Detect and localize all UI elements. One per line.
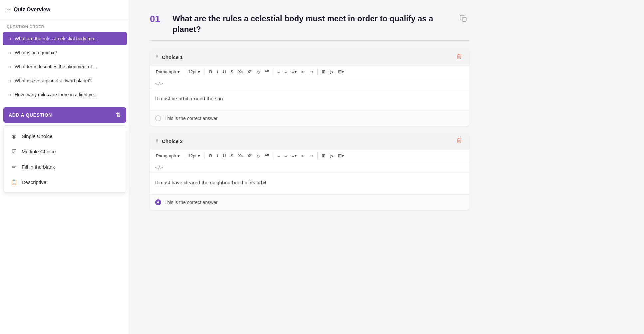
question-number: 01 xyxy=(150,13,166,25)
video-button-2[interactable]: ▷ xyxy=(328,152,335,159)
add-question-button[interactable]: ADD A QUESTION ⇅ xyxy=(3,107,126,123)
bullet-list-button-2[interactable]: ≡ xyxy=(275,152,282,159)
correct-answer-row-2[interactable]: This is the correct answer xyxy=(150,194,470,210)
delete-choice-2-button[interactable] xyxy=(454,137,464,146)
paragraph-style-select[interactable]: Paragraph ▾ xyxy=(154,68,182,75)
correct-answer-row-1[interactable]: This is the correct answer xyxy=(150,110,470,126)
bold-button-2[interactable]: B xyxy=(207,152,214,159)
descriptive-option[interactable]: 📋 Descriptive xyxy=(4,174,126,190)
paragraph-style-select-2[interactable]: Paragraph ▾ xyxy=(154,152,182,159)
video-button[interactable]: ▷ xyxy=(328,68,335,75)
main-content: 01 What are the rules a celestial body m… xyxy=(130,0,644,334)
separator xyxy=(184,68,184,75)
chevron-down-icon: ▾ xyxy=(198,69,200,74)
multiple-choice-label: Multiple Choice xyxy=(22,149,56,154)
document-icon: 📋 xyxy=(10,178,18,186)
size-label: 12pt xyxy=(188,69,196,74)
editor-toolbar-2: Paragraph ▾ 12pt ▾ B I U S X₂ X xyxy=(150,150,470,162)
paragraph-label-2: Paragraph xyxy=(156,153,176,158)
drag-handle-icon: ⠿ xyxy=(8,50,11,55)
choice-1-content[interactable]: It must be orbit around the sun xyxy=(150,89,470,110)
align-button[interactable]: ≡▾ xyxy=(290,68,299,75)
question-item-text: What is an equinox? xyxy=(15,50,122,55)
table-button[interactable]: ⊞▾ xyxy=(336,68,346,75)
question-order-label: QUESTION ORDER xyxy=(0,19,130,31)
italic-button[interactable]: I xyxy=(215,68,220,75)
image-button-2[interactable]: ⊞ xyxy=(320,152,327,159)
bold-button[interactable]: B xyxy=(207,68,214,75)
separator xyxy=(317,152,318,159)
indent-right-button-2[interactable]: ⇥ xyxy=(308,152,315,159)
choice-2-header: ⠿ Choice 2 xyxy=(150,133,470,150)
question-item-text: What are the rules a celestial body mu..… xyxy=(15,36,122,41)
subscript-button-2[interactable]: X₂ xyxy=(236,152,245,159)
ordered-list-button-2[interactable]: ≡ xyxy=(282,152,289,159)
separator xyxy=(204,152,204,159)
sidebar-item-question-3[interactable]: ⠿ What term describes the alignment of .… xyxy=(3,60,127,73)
fill-blank-option[interactable]: ✏ Fill in the blank xyxy=(4,159,126,174)
underline-button[interactable]: U xyxy=(221,68,228,75)
strikethrough-button[interactable]: S xyxy=(228,68,235,75)
question-item-text: What makes a planet a dwarf planet? xyxy=(15,78,122,83)
paragraph-label: Paragraph xyxy=(156,69,176,74)
question-item-text: What term describes the alignment of ... xyxy=(15,64,122,69)
ordered-list-button[interactable]: ≡ xyxy=(282,68,289,75)
quiz-overview-title: Quiz Overview xyxy=(14,7,50,13)
underline-button-2[interactable]: U xyxy=(221,152,228,159)
font-size-select[interactable]: 12pt ▾ xyxy=(186,68,202,75)
strikethrough-button-2[interactable]: S xyxy=(228,152,235,159)
align-button-2[interactable]: ≡▾ xyxy=(290,152,299,159)
separator xyxy=(317,68,318,75)
correct-radio-2[interactable] xyxy=(155,199,161,205)
code-indicator: </> xyxy=(150,78,470,89)
question-header: 01 What are the rules a celestial body m… xyxy=(150,13,470,41)
chevron-down-icon: ▾ xyxy=(198,153,200,158)
separator xyxy=(204,68,204,75)
correct-radio-1[interactable] xyxy=(155,115,161,121)
quote-button[interactable]: ❝❞ xyxy=(262,68,271,75)
add-question-label: ADD A QUESTION xyxy=(9,112,52,118)
editor-toolbar-1: Paragraph ▾ 12pt ▾ B I U S X₂ X xyxy=(150,66,470,78)
font-size-select-2[interactable]: 12pt ▾ xyxy=(186,152,202,159)
choice-card-2: ⠿ Choice 2 Paragraph ▾ xyxy=(150,133,470,210)
choice-2-text: It must have cleared the neighbourbood o… xyxy=(155,180,266,185)
choice-1-title: Choice 1 xyxy=(162,54,183,60)
copy-button[interactable] xyxy=(457,13,470,25)
delete-choice-1-button[interactable] xyxy=(454,53,464,62)
question-list: ⠿ What are the rules a celestial body mu… xyxy=(0,31,130,102)
multiple-choice-option[interactable]: ☑ Multiple Choice xyxy=(4,144,126,159)
highlight-button-2[interactable]: ◇ xyxy=(254,152,262,159)
choice-2-label: ⠿ Choice 2 xyxy=(155,138,183,144)
italic-button-2[interactable]: I xyxy=(215,152,220,159)
format-group: B I U S X₂ X² ◇ ❝❞ ≡ ≡ ≡▾ ⇤ ⇥ ⊞ ▷ xyxy=(207,68,346,75)
indent-right-button[interactable]: ⇥ xyxy=(308,68,315,75)
sidebar-item-question-2[interactable]: ⠿ What is an equinox? xyxy=(3,46,127,59)
question-type-dropdown: ◉ Single Choice ☑ Multiple Choice ✏ Fill… xyxy=(3,125,126,193)
image-button[interactable]: ⊞ xyxy=(320,68,327,75)
single-choice-option[interactable]: ◉ Single Choice xyxy=(4,128,126,144)
subscript-button[interactable]: X₂ xyxy=(236,68,245,75)
svg-rect-0 xyxy=(462,17,466,21)
drag-handle-icon: ⠿ xyxy=(155,138,159,144)
choice-2-content[interactable]: It must have cleared the neighbourbood o… xyxy=(150,173,470,194)
sidebar-item-question-4[interactable]: ⠿ What makes a planet a dwarf planet? xyxy=(3,74,127,87)
sidebar: ⌂ Quiz Overview QUESTION ORDER ⠿ What ar… xyxy=(0,0,130,334)
bullet-list-button[interactable]: ≡ xyxy=(275,68,282,75)
radio-icon: ◉ xyxy=(10,132,18,140)
highlight-button[interactable]: ◇ xyxy=(254,68,262,75)
trash-icon xyxy=(456,53,462,59)
sidebar-item-question-5[interactable]: ⠿ How many miles are there in a light ye… xyxy=(3,88,127,101)
trash-icon xyxy=(456,137,462,143)
chevron-down-icon: ▾ xyxy=(177,69,180,74)
indent-left-button[interactable]: ⇤ xyxy=(299,68,307,75)
superscript-button[interactable]: X² xyxy=(245,68,254,75)
superscript-button-2[interactable]: X² xyxy=(245,152,254,159)
choice-1-text: It must be orbit around the sun xyxy=(155,96,223,101)
drag-handle-icon: ⠿ xyxy=(8,92,11,97)
table-button-2[interactable]: ⊞▾ xyxy=(336,152,346,159)
choice-1-label: ⠿ Choice 1 xyxy=(155,54,183,60)
indent-left-button-2[interactable]: ⇤ xyxy=(299,152,307,159)
quote-button-2[interactable]: ❝❞ xyxy=(262,152,271,159)
sidebar-item-question-1[interactable]: ⠿ What are the rules a celestial body mu… xyxy=(3,32,127,45)
pencil-icon: ✏ xyxy=(10,163,18,170)
